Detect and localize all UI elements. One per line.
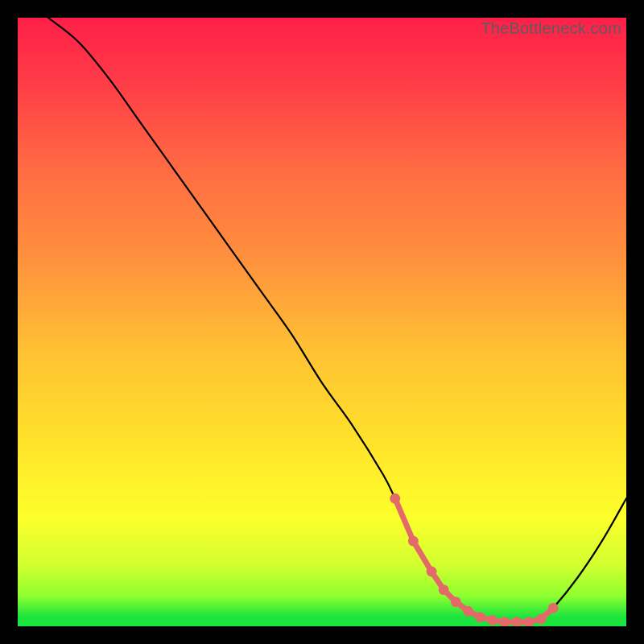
bottleneck-curve	[48, 18, 626, 622]
optimal-band-markers	[390, 493, 558, 626]
watermark-text: TheBottleneck.com	[481, 19, 621, 38]
optimal-band-point	[408, 536, 419, 547]
plot-area: TheBottleneck.com	[18, 18, 626, 626]
optimal-band-point	[475, 612, 485, 622]
optimal-band-point	[439, 584, 449, 595]
optimal-band-point	[390, 493, 400, 504]
optimal-band-point	[499, 617, 510, 626]
optimal-band-point	[548, 603, 559, 613]
optimal-band-point	[451, 597, 461, 607]
optimal-band-point	[427, 567, 437, 577]
chart-frame: TheBottleneck.com	[0, 0, 644, 644]
chart-overlay	[18, 18, 626, 626]
optimal-band-point	[536, 614, 547, 625]
optimal-band-point	[487, 615, 497, 625]
optimal-band-line	[395, 498, 554, 621]
optimal-band-point	[463, 606, 473, 617]
optimal-band-point	[511, 617, 522, 626]
